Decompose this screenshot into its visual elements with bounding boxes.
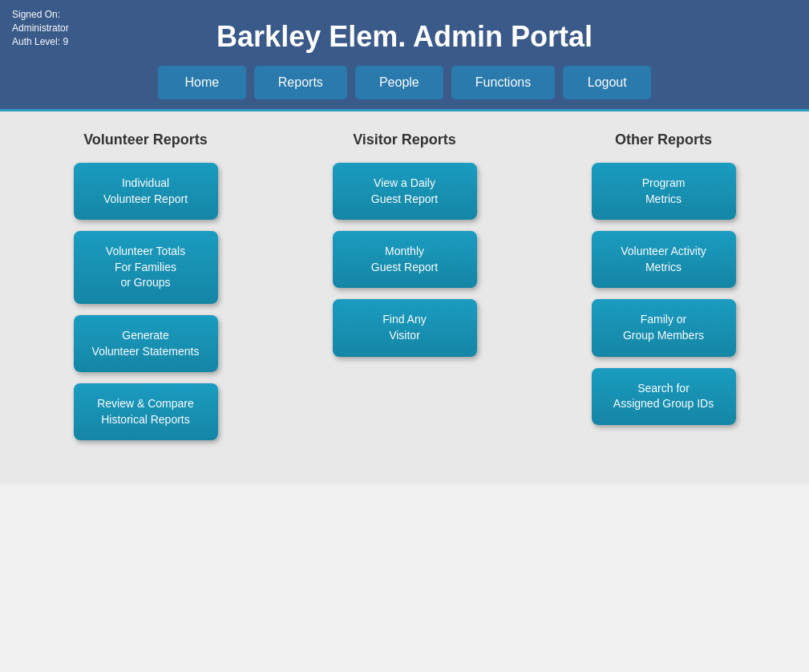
report-columns: Volunteer Reports IndividualVolunteer Re… xyxy=(24,132,785,451)
other-reports-title: Other Reports xyxy=(615,132,712,148)
header: Signed On: Administrator Auth Level: 9 B… xyxy=(0,0,809,109)
volunteer-totals-button[interactable]: Volunteer TotalsFor Familiesor Groups xyxy=(74,231,218,304)
other-reports-column: Other Reports ProgramMetrics Volunteer A… xyxy=(542,132,785,451)
username: Administrator xyxy=(12,22,69,34)
find-any-visitor-button[interactable]: Find AnyVisitor xyxy=(333,299,477,356)
program-metrics-button[interactable]: ProgramMetrics xyxy=(592,163,736,220)
visitor-reports-title: Visitor Reports xyxy=(353,132,456,148)
content-area: Volunteer Reports IndividualVolunteer Re… xyxy=(0,109,809,484)
volunteer-reports-column: Volunteer Reports IndividualVolunteer Re… xyxy=(24,132,267,451)
nav-functions[interactable]: Functions xyxy=(451,66,555,99)
site-title: Barkley Elem. Admin Portal xyxy=(16,8,793,66)
generate-volunteer-statements-button[interactable]: GenerateVolunteer Statements xyxy=(74,315,218,372)
volunteer-reports-title: Volunteer Reports xyxy=(83,132,208,148)
family-group-members-button[interactable]: Family orGroup Members xyxy=(592,299,736,356)
search-assigned-group-ids-button[interactable]: Search forAssigned Group IDs xyxy=(592,368,736,425)
auth-level: Auth Level: 9 xyxy=(12,36,68,47)
signed-on-info: Signed On: Administrator Auth Level: 9 xyxy=(12,8,69,48)
nav-home[interactable]: Home xyxy=(158,66,246,99)
signed-on-label: Signed On: xyxy=(12,9,60,20)
volunteer-activity-metrics-button[interactable]: Volunteer ActivityMetrics xyxy=(592,231,736,288)
nav-reports[interactable]: Reports xyxy=(254,66,347,99)
review-compare-historical-button[interactable]: Review & CompareHistorical Reports xyxy=(74,383,218,440)
monthly-guest-report-button[interactable]: MonthlyGuest Report xyxy=(333,231,477,288)
nav-logout[interactable]: Logout xyxy=(563,66,651,99)
navbar: Home Reports People Functions Logout xyxy=(16,66,793,109)
nav-people[interactable]: People xyxy=(355,66,443,99)
visitor-reports-column: Visitor Reports View a DailyGuest Report… xyxy=(283,132,526,451)
view-daily-guest-report-button[interactable]: View a DailyGuest Report xyxy=(333,163,477,220)
individual-volunteer-report-button[interactable]: IndividualVolunteer Report xyxy=(74,163,218,220)
